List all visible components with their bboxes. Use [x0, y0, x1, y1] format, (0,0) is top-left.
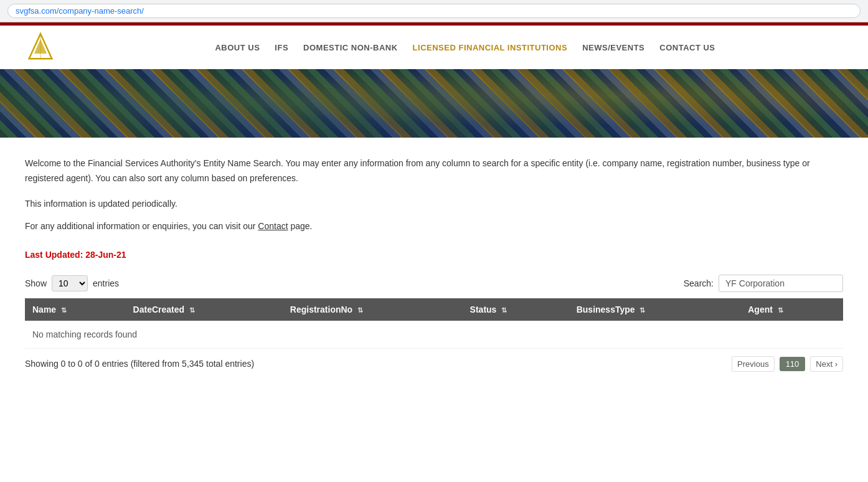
col-date-created[interactable]: DateCreated ⇅: [126, 298, 283, 321]
col-reg-no[interactable]: RegistrationNo ⇅: [283, 298, 463, 321]
nav-item-ifs[interactable]: IFS: [275, 42, 288, 52]
no-records-cell: No matching records found: [25, 321, 843, 349]
search-label: Search:: [684, 278, 714, 288]
no-records-row: No matching records found: [25, 321, 843, 349]
nav-item-news[interactable]: NEWS/EVENTS: [582, 42, 644, 52]
col-business-type[interactable]: BusinessType ⇅: [569, 298, 741, 321]
col-name[interactable]: Name ⇅: [25, 298, 126, 321]
table-header-row: Name ⇅ DateCreated ⇅ RegistrationNo ⇅ St…: [25, 298, 843, 321]
entries-select[interactable]: 10 25 50 100: [52, 275, 88, 291]
entries-label: entries: [93, 278, 119, 288]
sort-icon-status: ⇅: [501, 306, 507, 314]
contact-before: For any additional information or enquir…: [25, 221, 258, 231]
sort-icon-agent: ⇅: [778, 306, 783, 314]
sort-icon-reg: ⇅: [357, 306, 363, 314]
show-label: Show: [25, 278, 47, 288]
last-updated: Last Updated: 28-Jun-21: [25, 250, 843, 260]
pagination: Previous 110 Next ›: [732, 356, 843, 372]
intro-paragraph: Welcome to the Financial Services Author…: [25, 156, 843, 186]
table-controls: Show 10 25 50 100 entries Search:: [25, 275, 843, 292]
hero-image: [0, 69, 868, 138]
nav-links: ABOUT US IFS DOMESTIC NON-BANK LICENSED …: [87, 42, 843, 52]
col-agent[interactable]: Agent ⇅: [740, 298, 843, 321]
nav-item-about[interactable]: ABOUT US: [215, 42, 260, 52]
showing-text: Showing 0 to 0 of 0 entries (filtered fr…: [25, 359, 254, 369]
prev-button[interactable]: Previous: [732, 356, 775, 372]
logo[interactable]: [25, 32, 56, 63]
browser-bar: svgfsa.com/company-name-search/: [0, 0, 868, 22]
search-box: Search:: [684, 275, 843, 292]
search-input[interactable]: [719, 275, 843, 292]
sort-icon-business: ⇅: [639, 306, 645, 314]
table-footer: Showing 0 to 0 of 0 entries (filtered fr…: [25, 356, 843, 372]
url-bar[interactable]: svgfsa.com/company-name-search/: [7, 4, 861, 18]
sort-icon-name: ⇅: [61, 306, 67, 314]
nav-item-contact[interactable]: CONTACT US: [659, 42, 715, 52]
nav-item-domestic[interactable]: DOMESTIC NON-BANK: [303, 42, 398, 52]
data-table: Name ⇅ DateCreated ⇅ RegistrationNo ⇅ St…: [25, 298, 843, 349]
next-button[interactable]: Next ›: [810, 356, 843, 372]
nav-item-licensed[interactable]: LICENSED FINANCIAL INSTITUTIONS: [413, 42, 568, 52]
show-entries: Show 10 25 50 100 entries: [25, 275, 119, 291]
contact-link[interactable]: Contact: [258, 221, 288, 231]
main-content: Welcome to the Financial Services Author…: [0, 138, 868, 390]
contact-line: For any additional information or enquir…: [25, 221, 843, 231]
contact-after: page.: [288, 221, 313, 231]
col-status[interactable]: Status ⇅: [463, 298, 569, 321]
main-nav: ABOUT US IFS DOMESTIC NON-BANK LICENSED …: [0, 26, 868, 69]
page-number: 110: [780, 357, 806, 371]
updated-info: This information is updated periodically…: [25, 199, 843, 209]
sort-icon-date: ⇅: [189, 306, 195, 314]
